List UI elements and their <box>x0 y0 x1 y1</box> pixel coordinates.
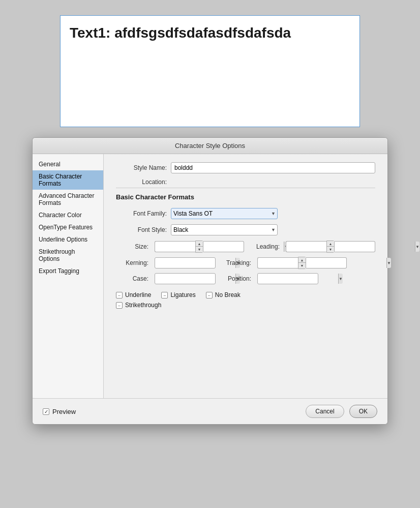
preview-label: Preview <box>52 408 76 415</box>
text-frame: Text1: afdfsgsdfsdafasdfsdafsda <box>60 15 360 127</box>
tracking-input[interactable] <box>257 257 298 268</box>
checkboxes-row-2: – Strikethrough <box>116 302 375 309</box>
tracking-increment-button[interactable]: ▲ <box>298 257 306 263</box>
leading-spinner-buttons: ▲ ▼ <box>326 241 335 253</box>
leading-input[interactable] <box>286 241 326 252</box>
no-break-checkbox-item[interactable]: – No Break <box>206 291 241 298</box>
case-position-row: Case: ▼ Position: ▼ <box>116 273 375 284</box>
tracking-decrement-button[interactable]: ▼ <box>298 263 306 268</box>
divider <box>116 188 375 188</box>
cancel-button[interactable]: Cancel <box>306 405 344 418</box>
preview-check-icon: ✓ <box>44 409 48 414</box>
font-style-select[interactable]: Black <box>171 224 278 235</box>
no-break-checkbox[interactable]: – <box>206 292 213 298</box>
leading-unit-arrow-icon[interactable]: ▼ <box>415 242 419 252</box>
dialog-footer: ✓ Preview Cancel OK <box>33 398 387 424</box>
ligatures-label: Ligatures <box>170 291 195 298</box>
sidebar-item-advanced-character-formats[interactable]: Advanced Character Formats <box>33 190 103 209</box>
position-input[interactable] <box>258 274 338 284</box>
checkboxes-row-1: – Underline – Ligatures – N <box>116 291 375 298</box>
style-name-label: Style Name: <box>116 164 167 171</box>
sidebar-item-opentype-features[interactable]: OpenType Features <box>33 221 103 233</box>
leading-unit-input[interactable] <box>335 242 415 252</box>
main-content: Style Name: Location: Basic Character Fo… <box>104 154 387 398</box>
font-style-select-wrapper: Black ▼ <box>171 224 278 235</box>
font-family-row: Font Family: Vista Sans OT ▼ <box>116 208 375 219</box>
size-spinner-buttons: ▲ ▼ <box>195 241 203 253</box>
style-name-row: Style Name: <box>116 162 375 173</box>
dialog-title: Character Style Options <box>175 142 245 150</box>
font-style-label: Font Style: <box>116 226 167 233</box>
canvas-area: Text1: afdfsgsdfsdafasdfsdafsda <box>0 0 420 137</box>
ok-button[interactable]: OK <box>349 405 377 418</box>
underline-check-icon: – <box>118 293 120 297</box>
kerning-tracking-row: Kerning: ▼ Tracking: ▲ ▼ <box>116 257 375 269</box>
position-label: Position: <box>222 275 251 282</box>
sidebar: General Basic Character Formats Advanced… <box>33 154 104 398</box>
position-arrow-icon[interactable]: ▼ <box>338 274 343 284</box>
sidebar-item-character-color[interactable]: Character Color <box>33 209 103 221</box>
underline-label: Underline <box>125 291 151 298</box>
dialog-titlebar: Character Style Options <box>33 138 387 154</box>
kerning-label: Kerning: <box>116 259 148 266</box>
leading-spinner: ▲ ▼ ▼ <box>286 241 375 253</box>
size-input[interactable] <box>155 241 195 252</box>
font-family-select-wrapper: Vista Sans OT ▼ <box>171 208 278 219</box>
footer-left: ✓ Preview <box>43 408 76 415</box>
location-label: Location: <box>116 178 167 186</box>
character-style-options-dialog: Character Style Options General Basic Ch… <box>32 137 388 425</box>
leading-decrement-button[interactable]: ▼ <box>327 247 334 252</box>
strikethrough-check-icon: – <box>118 303 120 308</box>
leading-unit-dropdown[interactable]: ▼ <box>335 241 375 252</box>
tracking-label: Tracking: <box>222 259 251 266</box>
case-dropdown[interactable]: ▼ <box>155 273 216 284</box>
size-decrement-button[interactable]: ▼ <box>196 247 203 252</box>
size-leading-row: Size: ▲ ▼ ▼ Leading: <box>116 241 375 253</box>
font-style-row: Font Style: Black ▼ <box>116 224 375 235</box>
case-label: Case: <box>116 275 148 282</box>
font-family-label: Font Family: <box>116 210 167 217</box>
tracking-unit-arrow-icon[interactable]: ▼ <box>386 258 391 268</box>
leading-label: Leading: <box>250 243 280 250</box>
size-spinner: ▲ ▼ ▼ <box>155 241 244 253</box>
tracking-spinner: ▲ ▼ ▼ <box>257 257 347 269</box>
footer-right: Cancel OK <box>306 405 377 418</box>
no-break-check-icon: – <box>208 293 210 297</box>
tracking-spinner-buttons: ▲ ▼ <box>298 257 306 269</box>
location-row: Location: <box>116 178 375 186</box>
font-family-select[interactable]: Vista Sans OT <box>171 208 278 219</box>
size-unit-dropdown[interactable]: ▼ <box>203 241 244 252</box>
leading-increment-button[interactable]: ▲ <box>327 241 334 247</box>
tracking-unit-input[interactable] <box>306 258 386 268</box>
section-title: Basic Character Formats <box>116 193 375 201</box>
text-frame-content: Text1: afdfsgsdfsdafasdfsdafsda <box>70 24 350 42</box>
ligatures-checkbox-item[interactable]: – Ligatures <box>161 291 195 298</box>
sidebar-item-general[interactable]: General <box>33 158 103 170</box>
size-increment-button[interactable]: ▲ <box>196 241 203 247</box>
ligatures-checkbox[interactable]: – <box>161 292 168 298</box>
strikethrough-label: Strikethrough <box>125 302 161 309</box>
size-label: Size: <box>116 243 148 250</box>
tracking-unit-dropdown[interactable]: ▼ <box>306 257 347 268</box>
preview-checkbox[interactable]: ✓ <box>43 408 49 415</box>
dialog-body: General Basic Character Formats Advanced… <box>33 154 387 398</box>
underline-checkbox-item[interactable]: – Underline <box>116 291 151 298</box>
strikethrough-checkbox[interactable]: – <box>116 302 123 309</box>
dialog-overlay: Character Style Options General Basic Ch… <box>32 137 388 425</box>
kerning-dropdown[interactable]: ▼ <box>155 257 216 268</box>
sidebar-item-export-tagging[interactable]: Export Tagging <box>33 265 103 277</box>
sidebar-item-strikethrough-options[interactable]: Strikethrough Options <box>33 246 103 265</box>
sidebar-item-underline-options[interactable]: Underline Options <box>33 233 103 246</box>
position-dropdown[interactable]: ▼ <box>257 273 318 284</box>
ligatures-check-icon: – <box>164 293 166 297</box>
style-name-input[interactable] <box>171 162 375 173</box>
sidebar-item-basic-character-formats[interactable]: Basic Character Formats <box>33 170 103 190</box>
no-break-label: No Break <box>215 291 241 298</box>
strikethrough-checkbox-item[interactable]: – Strikethrough <box>116 302 161 309</box>
underline-checkbox[interactable]: – <box>116 292 123 298</box>
